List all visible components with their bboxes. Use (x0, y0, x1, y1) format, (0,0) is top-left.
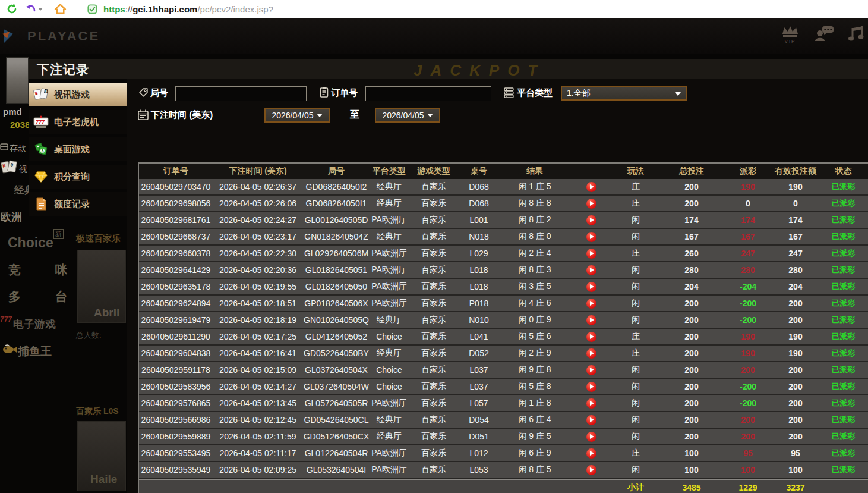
table-row: 260405029668737 2026-04-05 02:23:17 GN01… (139, 229, 868, 246)
dealer-name-label: Abril (94, 306, 119, 319)
subtotal-label: 小计 (612, 482, 659, 493)
menu-item-video-games[interactable]: K9 视讯游戏 (29, 83, 132, 106)
play-video-button[interactable] (586, 199, 596, 209)
cell-game-type: 百家乐 (409, 448, 459, 459)
cell-game-type: 百家乐 (409, 265, 459, 275)
cell-valid-bet: 167 (772, 232, 819, 241)
video-menu-label: 视 (19, 164, 27, 175)
cell-replay (570, 215, 612, 225)
game-no-icon (138, 87, 149, 99)
col-header: 下注时间 (美东) (213, 166, 303, 177)
play-video-button[interactable] (586, 398, 596, 409)
play-video-button[interactable] (586, 465, 596, 475)
cell-total-bet: 260 (659, 249, 724, 258)
cell-game-no: GL0292640506M (303, 249, 370, 258)
cell-result: 闲 6 庄 4 (499, 415, 570, 425)
url-field[interactable]: https://gci.1hhapi.com/pc/pcv2/index.jsp… (103, 4, 273, 14)
cell-valid-bet: 200 (772, 315, 819, 325)
cell-platform: 经典厅 (370, 231, 409, 242)
cell-replay (570, 348, 612, 359)
play-video-button[interactable] (586, 415, 596, 425)
order-no-input[interactable] (365, 86, 491, 101)
cell-result: 闲 1 庄 8 (499, 398, 570, 409)
game-no-input[interactable] (175, 86, 307, 101)
url-domain: gci.1hhapi.com (132, 4, 197, 14)
cell-total-bet: 200 (659, 415, 724, 425)
cell-platform: 经典厅 (370, 315, 409, 325)
cell-table-no: L057 (459, 398, 499, 408)
cell-result: 闲 9 庄 8 (499, 365, 570, 375)
cell-game-type: 百家乐 (409, 248, 459, 259)
play-video-button[interactable] (586, 315, 596, 325)
cell-game-type: 百家乐 (409, 431, 459, 442)
play-video-button[interactable] (586, 448, 596, 459)
play-video-button[interactable] (586, 249, 596, 259)
player-count-label: 总人数: (76, 330, 102, 341)
play-video-button[interactable] (586, 332, 596, 342)
subtotal-total-bet: 3485 (659, 483, 724, 492)
cell-bet-time: 2026-04-05 02:15:09 (213, 365, 303, 375)
cell-payout: -200 (724, 299, 772, 308)
cell-status: 已派彩 (819, 415, 868, 425)
play-video-button[interactable] (586, 182, 596, 192)
date-from-select[interactable]: 2026/04/05 (264, 108, 330, 123)
cell-payout: 200 (724, 432, 772, 441)
cell-platform: Choice (370, 365, 409, 375)
play-video-button[interactable] (586, 265, 596, 275)
reload-icon[interactable] (5, 2, 18, 15)
date-to-select[interactable]: 2026/04/05 (375, 108, 440, 123)
cell-bet-time: 2026-04-05 02:09:25 (213, 465, 303, 475)
play-icon (590, 218, 594, 222)
choice-label: Choice (8, 235, 53, 251)
cell-play-method: 闲 (612, 415, 659, 425)
cell-game-no: GP0182640506X (303, 299, 370, 308)
vip-icon[interactable]: VIP (780, 24, 800, 44)
undo-icon[interactable] (24, 2, 44, 15)
security-shield-icon[interactable] (86, 2, 99, 15)
undo-dropdown-caret[interactable] (38, 8, 43, 11)
play-video-button[interactable] (586, 348, 596, 359)
cell-game-type: 百家乐 (409, 215, 459, 225)
menu-item-table-games[interactable]: $ 桌面游戏 (29, 137, 127, 161)
play-video-button[interactable] (586, 282, 596, 292)
cell-status: 已派彩 (819, 365, 868, 375)
cell-result: 闲 2 庄 4 (499, 248, 570, 259)
col-header: 有效投注额 (772, 166, 819, 177)
play-video-button[interactable] (586, 215, 596, 225)
cell-bet-time: 2026-04-05 02:24:27 (213, 215, 303, 225)
bet-time-icon (137, 109, 149, 121)
cell-bet-time: 2026-04-05 02:13:45 (213, 398, 303, 408)
play-video-button[interactable] (586, 299, 596, 309)
url-separator: :// (125, 4, 133, 14)
play-video-button[interactable] (586, 382, 596, 392)
play-video-button[interactable] (586, 232, 596, 242)
app-header: PLAYACE VIP (0, 18, 868, 54)
bid-baccarat-label: 竞 咪 (8, 262, 83, 278)
col-header: 派彩 (724, 166, 772, 177)
cell-valid-bet: 247 (772, 249, 819, 258)
menu-item-quota-records[interactable]: 额度记录 (29, 192, 127, 216)
music-icon[interactable] (848, 24, 864, 45)
cell-payout: 190 (724, 332, 772, 341)
cell-status: 已派彩 (819, 381, 868, 392)
play-icon (590, 384, 594, 389)
play-video-button[interactable] (586, 365, 596, 375)
bet-time-label: 下注时间 (美东) (151, 109, 213, 121)
play-video-button[interactable] (586, 432, 596, 442)
to-label: 至 (350, 109, 359, 121)
customer-service-icon[interactable] (813, 24, 835, 45)
menu-item-slots[interactable]: 777 电子老虎机 (29, 110, 127, 134)
cards-icon: K9 (33, 87, 49, 102)
platform-type-value: 1.全部 (567, 88, 591, 99)
cell-payout: 174 (724, 215, 772, 225)
cell-game-no: GD068264050I1 (303, 199, 370, 208)
platform-type-select[interactable]: 1.全部 (561, 86, 687, 101)
menu-item-points[interactable]: 积分查询 (29, 165, 127, 189)
cell-table-no: L001 (459, 215, 499, 225)
cell-replay (570, 331, 612, 342)
speed-baccarat-label: 极速百家乐 (76, 233, 121, 244)
main-area: pmd 2038 存款 K9 视 经典 欧洲 Choice 新 竞 咪 多 台 … (0, 54, 868, 493)
play-icon (590, 301, 594, 306)
cell-table-no: D054 (459, 415, 499, 425)
home-icon[interactable] (53, 2, 67, 15)
